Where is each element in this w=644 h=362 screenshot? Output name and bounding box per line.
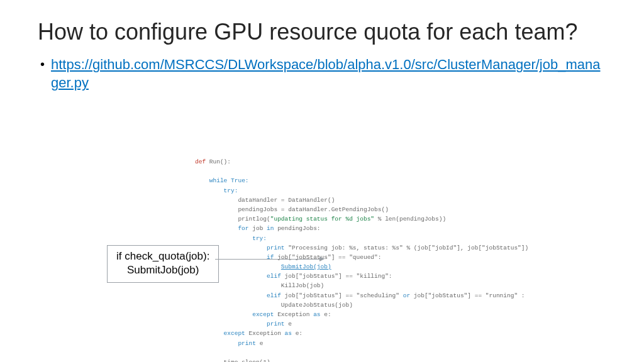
code-snippet: def Run(): while True: try: dataHandler … [195,157,528,362]
link-bullet: • https://github.com/MSRCCS/DLWorkspace/… [38,56,606,92]
slide-title: How to configure GPU resource quota for … [38,19,606,45]
callout-connector [215,259,322,260]
submit-job-call: SubmitJob(job) [281,263,331,270]
github-link[interactable]: https://github.com/MSRCCS/DLWorkspace/bl… [51,56,606,92]
callout-box: if check_quota(job): SubmitJob(job) [107,245,219,283]
callout-line1: if check_quota(job): [116,250,209,263]
bullet-dot: • [40,56,45,72]
callout-line2: SubmitJob(job) [116,263,209,277]
callout-arrow-icon [319,256,325,261]
